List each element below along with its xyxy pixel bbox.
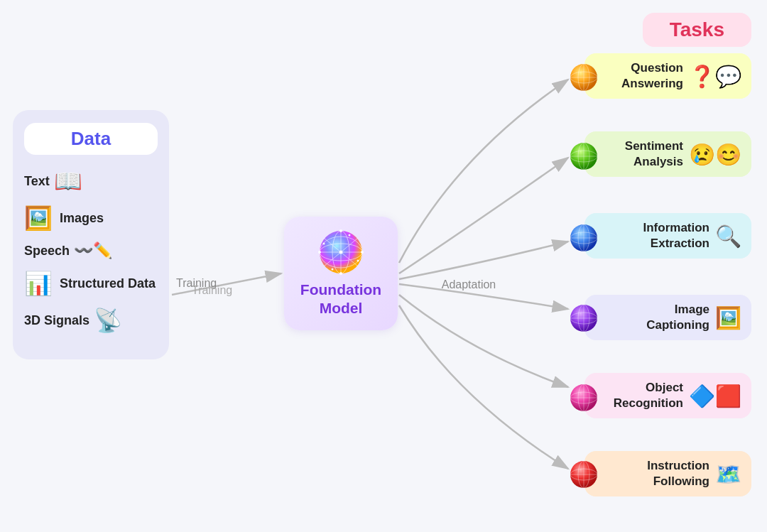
task-if-text: InstructionFollowing (593, 458, 709, 489)
sphere-ic-container (570, 304, 598, 335)
signal-icon: 📡 (94, 307, 122, 334)
task-card-or: ObjectRecognition 🔷🟥 (584, 373, 751, 418)
foundation-model-box: Foundation Model (284, 217, 398, 330)
data-item-3dsignals: 3D Signals 📡 (24, 307, 158, 334)
if-icon: 🗺️ (715, 462, 741, 487)
task-card-sa: SentimentAnalysis 😢😊 (584, 131, 751, 177)
images-label: Images (60, 211, 104, 226)
signals-label: 3D Signals (24, 313, 89, 328)
structured-label: Structured Data (60, 276, 156, 291)
waveform-icon: 〰️✏️ (74, 241, 112, 260)
sphere-sa-container (570, 142, 598, 173)
sphere-qa (570, 63, 598, 92)
svg-point-11 (361, 251, 364, 254)
sphere-ic (570, 304, 598, 332)
task-card-ic: ImageCaptioning 🖼️ (584, 295, 751, 340)
task-card-qa: QuestionAnswering ❓💬 (584, 53, 751, 99)
foundation-model-title: Foundation Model (300, 281, 381, 318)
tasks-label: Tasks (670, 18, 724, 40)
data-label-box: Data (24, 123, 158, 155)
sphere-or-container (570, 384, 598, 415)
task-sa-text: SentimentAnalysis (593, 139, 683, 170)
ie-icon: 🔍 (715, 224, 741, 249)
task-ic-text: ImageCaptioning (593, 302, 709, 333)
svg-point-16 (332, 268, 334, 270)
sa-icon: 😢😊 (689, 142, 741, 167)
ic-icon: 🖼️ (715, 305, 741, 330)
svg-point-15 (357, 259, 359, 261)
images-icon: 🖼️ (24, 205, 53, 232)
svg-point-18 (339, 250, 343, 254)
sphere-ie-container (570, 224, 598, 255)
data-item-structured: 📊 Structured Data (24, 270, 158, 297)
training-label-pos: Training (192, 284, 232, 297)
svg-point-12 (339, 272, 342, 275)
tasks-label-box: Tasks (643, 13, 751, 47)
svg-point-10 (339, 229, 342, 232)
sphere-if (570, 460, 598, 489)
svg-point-13 (318, 251, 321, 254)
data-label: Data (71, 128, 111, 149)
training-text: Training (192, 284, 232, 296)
or-icon: 🔷🟥 (689, 384, 741, 408)
sphere-qa-container (570, 63, 598, 94)
sphere-if-container (570, 460, 598, 492)
foundation-model-sphere (318, 229, 364, 275)
sphere-ie (570, 224, 598, 252)
data-item-speech: Speech 〰️✏️ (24, 241, 158, 260)
data-item-images: 🖼️ Images (24, 205, 158, 232)
task-qa-text: QuestionAnswering (593, 60, 683, 92)
text-label: Text (24, 174, 50, 189)
book-icon: 📖 (54, 168, 82, 195)
task-card-if: InstructionFollowing 🗺️ (584, 451, 751, 496)
structured-icon: 📊 (24, 270, 53, 297)
qa-icon: ❓💬 (689, 64, 741, 89)
svg-point-14 (349, 234, 351, 236)
task-or-text: ObjectRecognition (593, 380, 683, 411)
sphere-or (570, 384, 598, 412)
sphere-sa (570, 142, 598, 170)
speech-label: Speech (24, 244, 70, 259)
svg-point-17 (323, 242, 325, 244)
task-card-ie: InformationExtraction 🔍 (584, 213, 751, 259)
data-panel: Data Text 📖 🖼️ Images Speech 〰️✏️ 📊 Stru… (13, 110, 169, 359)
data-item-text: Text 📖 (24, 168, 158, 195)
task-ie-text: InformationExtraction (593, 220, 709, 251)
adaptation-label: Adaptation (426, 278, 511, 291)
